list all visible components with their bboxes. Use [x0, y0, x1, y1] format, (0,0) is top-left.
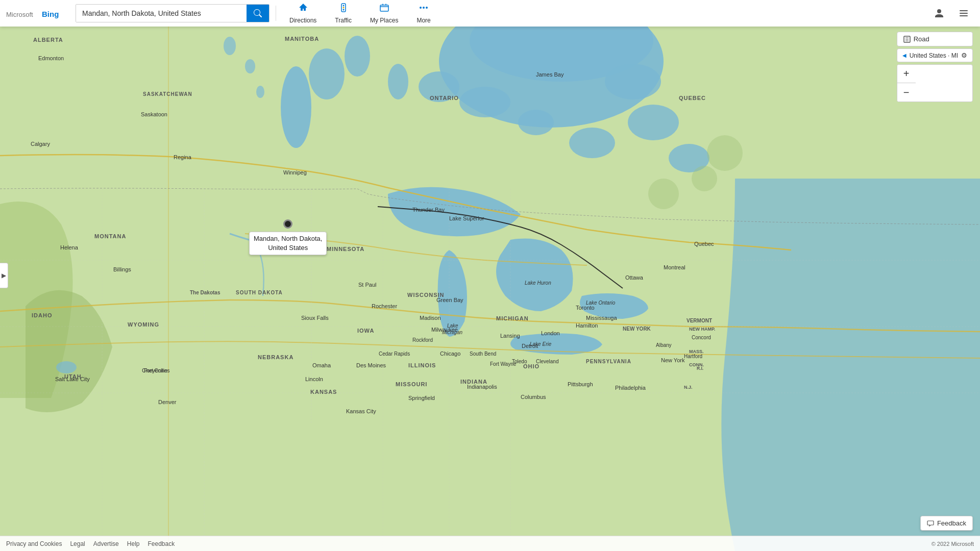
help-link[interactable]: Help — [127, 540, 140, 547]
svg-text:Concord: Concord — [692, 335, 711, 340]
svg-point-27 — [256, 86, 264, 98]
my-places-button[interactable]: My Places — [363, 0, 405, 27]
svg-point-116 — [342, 5, 344, 7]
svg-text:SOUTH DAKOTA: SOUTH DAKOTA — [236, 290, 283, 295]
search-box[interactable] — [76, 4, 270, 22]
svg-text:MINNESOTA: MINNESOTA — [327, 246, 364, 252]
road-view-button[interactable]: Road — [897, 32, 973, 46]
svg-text:Lake: Lake — [447, 323, 458, 329]
location-row[interactable]: ◀ United States · MI ⚙ — [897, 48, 973, 62]
svg-rect-123 — [960, 10, 968, 11]
feedback-icon — [927, 520, 934, 527]
traffic-button[interactable]: Traffic — [328, 0, 359, 27]
svg-text:Regina: Regina — [174, 154, 192, 160]
directions-label: Directions — [289, 17, 316, 24]
zoom-in-button[interactable]: + — [897, 65, 916, 83]
svg-text:Lake Erie: Lake Erie — [530, 341, 552, 347]
svg-text:Lincoln: Lincoln — [305, 376, 323, 382]
collapse-sidebar-button[interactable]: ▶ — [0, 263, 8, 288]
svg-text:MONTANA: MONTANA — [94, 233, 126, 239]
svg-text:Madison: Madison — [420, 315, 441, 321]
svg-point-26 — [245, 59, 255, 73]
bing-logo[interactable]: Microsoft Bing — [6, 6, 67, 21]
nav-separator-1 — [276, 6, 276, 21]
svg-text:Springfield: Springfield — [408, 395, 435, 401]
svg-text:South Bend: South Bend — [470, 351, 496, 357]
map-container[interactable]: ALBERTA Edmonton SASKATCHEWAN Calgary Sa… — [0, 0, 980, 551]
svg-point-4 — [309, 48, 345, 99]
location-arrow-icon: ◀ — [902, 53, 906, 58]
svg-text:Chicago: Chicago — [440, 350, 460, 357]
directions-button[interactable]: Directions — [282, 0, 324, 27]
svg-rect-125 — [960, 15, 968, 16]
svg-text:Columbus: Columbus — [521, 394, 546, 400]
location-settings-icon[interactable]: ⚙ — [961, 52, 967, 59]
topbar: Microsoft Bing Directions Traffic My Pla… — [0, 0, 980, 27]
directions-icon — [298, 3, 308, 15]
traffic-label: Traffic — [335, 17, 352, 24]
svg-text:Cleveland: Cleveland — [536, 359, 558, 364]
svg-text:MICHIGAN: MICHIGAN — [496, 315, 529, 321]
svg-text:IOWA: IOWA — [357, 328, 374, 334]
svg-text:MISSOURI: MISSOURI — [396, 381, 427, 387]
svg-text:Omaha: Omaha — [312, 362, 331, 368]
svg-text:Denver: Denver — [158, 399, 177, 405]
user-icon-button[interactable] — [929, 3, 949, 23]
svg-text:KANSAS: KANSAS — [310, 389, 337, 395]
svg-point-8 — [459, 87, 510, 117]
feedback-button[interactable]: Feedback — [920, 516, 973, 531]
svg-text:Albany: Albany — [656, 342, 672, 348]
svg-text:James Bay: James Bay — [536, 71, 564, 78]
search-input[interactable] — [76, 5, 247, 22]
svg-point-13 — [605, 64, 661, 99]
svg-text:Indianapolis: Indianapolis — [467, 384, 497, 390]
svg-point-3 — [281, 66, 311, 148]
svg-text:Fort Wayne: Fort Wayne — [490, 361, 517, 367]
pin-label: Mandan, North Dakota, United States — [249, 232, 327, 255]
zoom-out-button[interactable]: − — [897, 83, 916, 102]
map-svg: ALBERTA Edmonton SASKATCHEWAN Calgary Sa… — [0, 0, 980, 551]
svg-rect-119 — [380, 5, 388, 11]
svg-text:London: London — [541, 330, 560, 336]
svg-rect-124 — [960, 13, 968, 14]
svg-point-122 — [426, 7, 428, 9]
svg-text:NEW HAMP.: NEW HAMP. — [689, 327, 715, 332]
svg-text:Microsoft: Microsoft — [6, 11, 33, 18]
search-button[interactable] — [247, 4, 269, 22]
svg-text:Bing: Bing — [42, 10, 59, 18]
svg-text:Green Bay: Green Bay — [436, 297, 463, 303]
svg-text:Helena: Helena — [60, 244, 79, 251]
traffic-icon — [338, 3, 349, 15]
my-places-label: My Places — [370, 17, 398, 24]
svg-text:PENNSYLVANIA: PENNSYLVANIA — [586, 359, 631, 364]
svg-text:Saskatoon: Saskatoon — [141, 111, 167, 117]
svg-text:Hamilton: Hamilton — [576, 322, 598, 329]
svg-text:Quebec: Quebec — [694, 241, 714, 247]
svg-text:Des Moines: Des Moines — [356, 362, 386, 368]
svg-text:Pittsburgh: Pittsburgh — [568, 381, 593, 387]
location-pin[interactable]: Mandan, North Dakota, United States — [249, 219, 327, 255]
my-places-icon — [379, 3, 389, 15]
svg-point-22 — [648, 179, 679, 209]
more-button[interactable]: More — [409, 0, 437, 27]
svg-text:Thunder Bay: Thunder Bay — [412, 207, 445, 213]
svg-point-25 — [224, 37, 236, 55]
bottombar-feedback-link[interactable]: Feedback — [148, 540, 175, 547]
svg-text:SASKATCHEWAN: SASKATCHEWAN — [143, 91, 192, 97]
privacy-link[interactable]: Privacy and Cookies — [6, 540, 62, 547]
svg-text:NEW YORK: NEW YORK — [623, 326, 651, 332]
bottombar: Privacy and Cookies Legal Advertise Help… — [0, 536, 980, 551]
svg-text:Lake Huron: Lake Huron — [525, 280, 551, 286]
location-text: United States · MI — [910, 52, 958, 59]
menu-icon-button[interactable] — [953, 3, 974, 23]
more-icon — [419, 3, 429, 15]
legal-link[interactable]: Legal — [70, 540, 85, 547]
svg-point-6 — [388, 64, 408, 99]
svg-text:Salt Lake City: Salt Lake City — [55, 376, 90, 382]
svg-text:Sioux Falls: Sioux Falls — [301, 315, 329, 321]
svg-text:ILLINOIS: ILLINOIS — [408, 362, 436, 368]
svg-text:Lansing: Lansing — [500, 333, 520, 339]
svg-point-117 — [342, 7, 344, 9]
advertise-link[interactable]: Advertise — [93, 540, 119, 547]
svg-text:Calgary: Calgary — [31, 141, 50, 147]
